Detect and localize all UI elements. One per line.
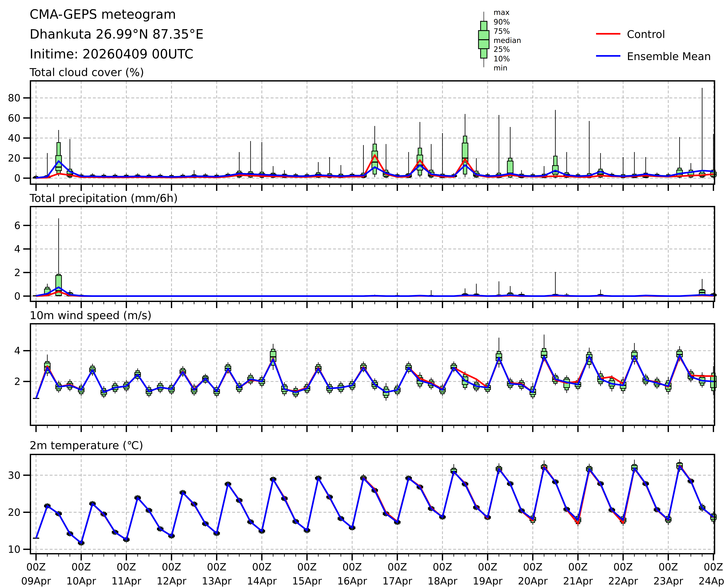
svg-text:00Z: 00Z bbox=[568, 561, 587, 573]
svg-text:20: 20 bbox=[8, 152, 21, 164]
svg-text:40: 40 bbox=[8, 132, 21, 144]
temperature-frame bbox=[30, 455, 715, 554]
svg-text:15Apr: 15Apr bbox=[292, 575, 322, 587]
total-cloud-cover-y-ticks: 020406080 bbox=[8, 92, 30, 184]
svg-text:00Z: 00Z bbox=[252, 561, 271, 573]
svg-text:10: 10 bbox=[8, 544, 21, 555]
panel-total-precipitation: 0246 bbox=[14, 207, 716, 308]
svg-text:00Z: 00Z bbox=[523, 561, 542, 573]
svg-text:00Z: 00Z bbox=[26, 561, 46, 573]
wind-speed-frame bbox=[30, 324, 715, 425]
meteogram-canvas: 02040608002462410203000Z09Apr00Z10Apr00Z… bbox=[0, 0, 724, 588]
svg-text:30: 30 bbox=[8, 469, 21, 481]
total-cloud-cover-x-ticks bbox=[36, 184, 713, 191]
wind-speed-x-ticks bbox=[36, 425, 713, 432]
x-axis-labels: 00Z09Apr00Z10Apr00Z11Apr00Z12Apr00Z13Apr… bbox=[21, 561, 724, 587]
svg-text:10Apr: 10Apr bbox=[66, 575, 96, 587]
total-precipitation-boxes bbox=[33, 218, 716, 296]
temperature-control-line bbox=[36, 465, 713, 543]
total-precipitation-x-ticks bbox=[36, 301, 713, 308]
svg-text:00Z: 00Z bbox=[117, 561, 136, 573]
wind-speed-y-ticks: 24 bbox=[14, 345, 30, 387]
panel-temperature: 102030 bbox=[8, 455, 716, 561]
svg-text:00Z: 00Z bbox=[343, 561, 362, 573]
panel-wind-speed: 24 bbox=[14, 324, 716, 432]
panel-total-cloud-cover: 020406080 bbox=[8, 81, 716, 191]
total-cloud-cover-boxes bbox=[33, 88, 716, 178]
svg-text:4: 4 bbox=[14, 243, 21, 255]
svg-text:2: 2 bbox=[14, 376, 21, 387]
temperature-y-ticks: 102030 bbox=[8, 469, 30, 555]
temperature-ensemble-mean-line bbox=[36, 466, 713, 543]
svg-text:24Apr: 24Apr bbox=[699, 575, 724, 587]
svg-text:00Z: 00Z bbox=[704, 561, 723, 573]
svg-text:00Z: 00Z bbox=[478, 561, 497, 573]
svg-text:00Z: 00Z bbox=[297, 561, 316, 573]
svg-text:2: 2 bbox=[14, 267, 21, 278]
svg-text:00Z: 00Z bbox=[433, 561, 452, 573]
svg-text:09Apr: 09Apr bbox=[21, 575, 51, 587]
svg-text:20: 20 bbox=[8, 506, 21, 518]
svg-text:13Apr: 13Apr bbox=[202, 575, 232, 587]
svg-text:00Z: 00Z bbox=[388, 561, 407, 573]
wind-speed-grid bbox=[30, 324, 715, 425]
svg-text:00Z: 00Z bbox=[162, 561, 181, 573]
svg-text:00Z: 00Z bbox=[659, 561, 678, 573]
total-precipitation-frame bbox=[30, 207, 715, 301]
svg-text:00Z: 00Z bbox=[71, 561, 91, 573]
svg-text:21Apr: 21Apr bbox=[563, 575, 593, 587]
svg-text:14Apr: 14Apr bbox=[247, 575, 277, 587]
svg-text:0: 0 bbox=[14, 290, 21, 302]
total-precipitation-y-ticks: 0246 bbox=[14, 220, 30, 302]
svg-text:19Apr: 19Apr bbox=[473, 575, 503, 587]
svg-text:22Apr: 22Apr bbox=[608, 575, 638, 587]
svg-text:00Z: 00Z bbox=[207, 561, 226, 573]
svg-text:11Apr: 11Apr bbox=[111, 575, 141, 587]
svg-text:18Apr: 18Apr bbox=[428, 575, 457, 587]
svg-text:4: 4 bbox=[14, 345, 21, 357]
svg-text:0: 0 bbox=[14, 172, 21, 184]
svg-text:00Z: 00Z bbox=[613, 561, 633, 573]
svg-text:16Apr: 16Apr bbox=[337, 575, 367, 587]
svg-text:20Apr: 20Apr bbox=[518, 575, 548, 587]
svg-text:17Apr: 17Apr bbox=[382, 575, 412, 587]
total-precipitation-grid bbox=[30, 207, 715, 301]
svg-text:60: 60 bbox=[8, 112, 21, 124]
svg-text:12Apr: 12Apr bbox=[157, 575, 187, 587]
temperature-x-ticks bbox=[36, 554, 713, 561]
temperature-grid bbox=[30, 455, 715, 554]
svg-text:80: 80 bbox=[8, 92, 21, 104]
svg-text:6: 6 bbox=[14, 220, 21, 231]
svg-text:23Apr: 23Apr bbox=[654, 575, 683, 587]
wind-speed-boxes bbox=[33, 335, 716, 401]
